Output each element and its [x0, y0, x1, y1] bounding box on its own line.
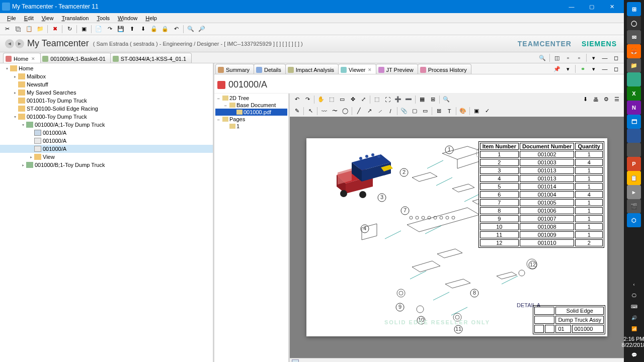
- nav-tab[interactable]: Home✕: [3, 53, 41, 63]
- paste-icon[interactable]: 📋: [24, 24, 34, 34]
- pan-icon[interactable]: ✋: [316, 95, 326, 105]
- close-tab-icon[interactable]: ✕: [31, 56, 35, 61]
- tray-notifications-icon[interactable]: 💬: [624, 350, 644, 360]
- copy-icon[interactable]: ⿻: [13, 24, 23, 34]
- tree-node[interactable]: ▾Home: [0, 64, 213, 72]
- tree-node[interactable]: ▸My Saved Searches: [0, 88, 213, 97]
- view-tab-impact-analysis[interactable]: Impact Analysis: [285, 64, 339, 74]
- maximize-button[interactable]: ▢: [582, 0, 602, 13]
- menu-view[interactable]: View: [38, 14, 58, 22]
- taskbar-app[interactable]: 📋: [627, 171, 641, 185]
- view-tab-details[interactable]: Details: [254, 64, 286, 74]
- revise-icon[interactable]: ↷: [105, 24, 115, 34]
- tree-node[interactable]: 001001-Toy Dump Truck: [0, 97, 213, 105]
- import-icon[interactable]: ⬆: [127, 24, 137, 34]
- taskbar-app[interactable]: 🎬: [627, 199, 641, 213]
- refresh-icon[interactable]: ↻: [64, 24, 74, 34]
- cut-icon[interactable]: ✂: [2, 24, 12, 34]
- link-icon[interactable]: ⚭: [578, 64, 588, 74]
- rotate-left-icon[interactable]: ↶: [292, 95, 302, 105]
- tree-node[interactable]: 001000/A: [0, 129, 213, 137]
- menu-edit[interactable]: Edit: [20, 14, 38, 22]
- zoom-in-icon[interactable]: ➕: [393, 95, 403, 105]
- attach-icon[interactable]: 📎: [399, 106, 409, 116]
- menu-window[interactable]: Window: [114, 14, 141, 22]
- export-img-icon[interactable]: ⬇: [580, 95, 590, 105]
- taskbar-app[interactable]: ▸: [627, 185, 641, 199]
- search-icon[interactable]: 🔍: [186, 24, 196, 34]
- taskbar-app[interactable]: ⊞: [627, 2, 641, 16]
- move-icon[interactable]: ✥: [348, 95, 358, 105]
- tray-volume-icon[interactable]: 🔊: [624, 313, 644, 323]
- advanced-search-icon[interactable]: 🔎: [197, 24, 207, 34]
- textbox-icon[interactable]: ⊞: [434, 106, 444, 116]
- view-tab-jt-preview[interactable]: JT Preview: [376, 64, 418, 74]
- taskbar-app[interactable]: N: [627, 101, 641, 115]
- saveas-icon[interactable]: 💾: [116, 24, 126, 34]
- tree-node[interactable]: 001000/A: [0, 137, 213, 145]
- tray-keyboard-icon[interactable]: ⌨: [624, 302, 644, 312]
- min-view-icon[interactable]: —: [600, 64, 610, 74]
- taskbar-app[interactable]: [627, 129, 641, 143]
- taskbar-app[interactable]: ⬡: [627, 213, 641, 227]
- color-icon[interactable]: 🎨: [458, 106, 468, 116]
- back-button[interactable]: ◄: [5, 39, 14, 48]
- tray-chevron-icon[interactable]: ‹: [624, 280, 644, 290]
- tool-a-icon[interactable]: ▫: [563, 53, 573, 63]
- tool-b-icon[interactable]: ▫: [574, 53, 584, 63]
- cursor-icon[interactable]: ↖: [305, 106, 315, 116]
- fit-icon[interactable]: ⛶: [382, 95, 392, 105]
- shape2-icon[interactable]: ▭: [420, 106, 430, 116]
- nav-tab[interactable]: ST-00344/A;1-KSS-4_01.1: [110, 53, 192, 63]
- minimize-pane-icon[interactable]: —: [600, 53, 610, 63]
- taskbar-app[interactable]: 🦊: [627, 44, 641, 58]
- view-tab-process-history[interactable]: Process History: [418, 64, 471, 74]
- cancel-checkout-icon[interactable]: ↶: [171, 24, 181, 34]
- line2-icon[interactable]: ↗: [364, 106, 374, 116]
- taskbar-app[interactable]: 📁: [627, 58, 641, 72]
- nav-tree[interactable]: ▾Home▸MailboxNewstuff▸My Saved Searches0…: [0, 63, 213, 362]
- max-view-icon[interactable]: ◻: [611, 64, 621, 74]
- curve-icon[interactable]: 〜: [330, 106, 340, 116]
- freehand-icon[interactable]: 〰: [319, 106, 329, 116]
- taskbar-app[interactable]: [627, 143, 641, 157]
- view-tab-summary[interactable]: Summary: [215, 64, 254, 74]
- tree-node[interactable]: ▸001000/B;1-Toy Dump Truck: [0, 161, 213, 169]
- viewer-tree[interactable]: –2D Tree–Base Document001000.pdf–Pages1: [214, 94, 290, 362]
- menu-translation[interactable]: Translation: [57, 14, 93, 22]
- checkin-icon[interactable]: 🔒: [160, 24, 170, 34]
- pin-icon[interactable]: 📌: [552, 64, 562, 74]
- viewer-tree-node[interactable]: –Pages: [215, 116, 287, 123]
- rotate-right-icon[interactable]: ↷: [302, 95, 312, 105]
- export-icon[interactable]: ⬇: [138, 24, 148, 34]
- viewer-tree-node[interactable]: 1: [215, 123, 287, 130]
- settings-icon[interactable]: ⚙: [601, 95, 611, 105]
- tree-node[interactable]: Newstuff: [0, 80, 213, 88]
- pointer-icon[interactable]: ▭: [337, 95, 347, 105]
- close-button[interactable]: ✕: [602, 0, 622, 13]
- forward-button[interactable]: ►: [15, 39, 24, 48]
- dropdown-icon[interactable]: ▾: [563, 64, 573, 74]
- markup-icon[interactable]: ✎: [292, 106, 302, 116]
- tray-network-icon[interactable]: 📶: [624, 324, 644, 334]
- folder-icon[interactable]: 📁: [35, 24, 45, 34]
- zoom-area-icon[interactable]: ⬚: [372, 95, 382, 105]
- view-tab-viewer[interactable]: Viewer✕: [338, 64, 376, 74]
- viewer-tree-node[interactable]: –Base Document: [215, 102, 287, 109]
- grid-icon[interactable]: ▦: [417, 95, 427, 105]
- taskbar-clock[interactable]: 2:16 PM8/22/2018: [622, 335, 644, 349]
- viewer-canvas[interactable]: 123456789101112 SOLID EDGE RESELLER ONLY…: [292, 119, 622, 356]
- menu-file[interactable]: File: [3, 14, 20, 22]
- tree-node[interactable]: 001000/A: [0, 145, 213, 153]
- snap-icon[interactable]: ⊞: [428, 95, 438, 105]
- tree-node[interactable]: ▸Mailbox: [0, 72, 213, 80]
- menu-tools[interactable]: Tools: [93, 14, 114, 22]
- line4-icon[interactable]: /: [385, 106, 395, 116]
- new-item-icon[interactable]: 📄: [94, 24, 104, 34]
- menu-icon[interactable]: ▾: [589, 53, 599, 63]
- minimize-button[interactable]: —: [561, 0, 582, 13]
- checkout-icon[interactable]: 🔓: [149, 24, 159, 34]
- tree-node[interactable]: ▸View: [0, 153, 213, 161]
- tree-node[interactable]: ▾001000/A;1-Toy Dump Truck: [0, 121, 213, 129]
- zoom-icon[interactable]: 🔍: [441, 95, 451, 105]
